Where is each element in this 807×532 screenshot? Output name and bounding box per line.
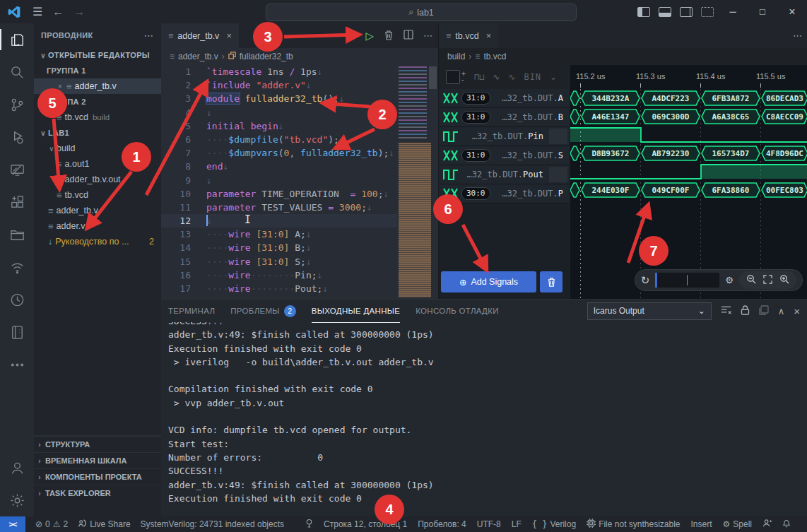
breadcrumb[interactable]: ≡ adder_tb.v › fulladder32_tb — [161, 48, 438, 65]
wave-minus-icon[interactable]: - — [461, 77, 466, 83]
indexer-status[interactable]: SystemVerilog: 24731 indexed objects — [141, 519, 284, 529]
toggle-sidebar-icon[interactable] — [637, 7, 650, 17]
panel-tab-ВЫХОДНЫЕ ДАННЫЕ[interactable]: ВЫХОДНЫЕ ДАННЫЕ — [312, 300, 400, 323]
tree-item-adder_tb.v[interactable]: ≡adder_tb.v — [34, 203, 161, 218]
code-line-6[interactable]: 6····$dumpfile("tb.vcd");↓ — [161, 133, 397, 146]
tree-download-Руководство по ...[interactable]: ↓Руководство по ...2 — [34, 234, 161, 249]
signal-row-B[interactable]: 31:0…32_tb.DUT.B — [439, 108, 569, 127]
code-line-8[interactable]: 8end↓ — [161, 160, 397, 173]
minimap-slider[interactable] — [429, 66, 437, 89]
menu-icon[interactable]: ☰ — [33, 5, 42, 18]
status-item-file[interactable]: File not synthesizable — [587, 519, 680, 530]
activity-item-run-debug[interactable] — [0, 121, 34, 153]
activity-item-explorer[interactable] — [0, 23, 34, 56]
code-line-16[interactable]: 16····wire········Pin;↓ — [161, 268, 397, 282]
remote-indicator[interactable]: >< — [0, 516, 25, 532]
activity-item-more-views[interactable] — [0, 348, 34, 381]
search-input[interactable]: ⌕ lab1 — [266, 4, 577, 21]
activity-item-remote-explorer[interactable] — [0, 153, 34, 186]
status-item-строка[interactable]: Строка 12, столбец 1 — [324, 519, 407, 529]
wave-edge-icon[interactable]: ⊓⊔ — [474, 72, 484, 82]
code-line-7[interactable]: 7····$dumpvars(0, fulladder32_tb);↓ — [161, 146, 397, 160]
status-item-spell[interactable]: ⚙Spell — [723, 519, 752, 529]
zoom-out-icon[interactable] — [746, 274, 756, 286]
problems-status[interactable]: ⊘0 ⚠2 — [35, 519, 68, 529]
panel-tab-КОНСОЛЬ ОТЛАДКИ[interactable]: КОНСОЛЬ ОТЛАДКИ — [416, 300, 499, 322]
code-line-10[interactable]: 10parameter TIME_OPERATION = 100;↓ — [161, 187, 397, 201]
code-line-12[interactable]: 12↓ — [161, 214, 397, 227]
run-button[interactable]: ▷ — [365, 30, 374, 42]
code-line-3[interactable]: 3module fulladder32_tb();↓ — [161, 92, 397, 105]
signal-row-Pin[interactable]: …32_tb.DUT.Pin — [439, 127, 569, 146]
tree-item-tb.vcd[interactable]: ≡tb.vcd — [34, 187, 161, 203]
activity-item-project-manager[interactable] — [0, 218, 34, 251]
code-line-2[interactable]: 2`include "adder.v"↓ — [161, 78, 397, 92]
close-editor-icon[interactable]: × — [55, 83, 65, 90]
tab-tb-vcd[interactable]: ≡ tb.vcd × — [439, 23, 498, 48]
clear-output-icon[interactable] — [721, 305, 731, 317]
code-line-14[interactable]: 14····wire [31:0] B;↓ — [161, 241, 397, 254]
status-item-insert[interactable]: Insert — [691, 519, 712, 529]
tree-item-tb.vcd[interactable]: ≡tb.vcdbuild — [34, 110, 161, 125]
split-editor-icon[interactable] — [404, 30, 413, 42]
trash-icon[interactable] — [384, 30, 394, 42]
toggle-secondary-sidebar-icon[interactable] — [680, 7, 693, 17]
signal-row-P[interactable]: 30:0…32_tb.DUT.P — [439, 184, 569, 203]
tab-close-icon[interactable]: × — [486, 30, 492, 41]
sidebar-section-TASK EXPLORER[interactable]: ›TASK EXPLORER — [34, 485, 161, 501]
wave-select-box[interactable] — [446, 70, 460, 84]
status-item-пробелов[interactable]: Пробелов: 4 — [418, 519, 466, 529]
tree-section-LAB1[interactable]: ∨LAB1 — [34, 125, 161, 141]
lock-icon[interactable] — [741, 305, 750, 317]
signal-row-Pout[interactable]: …32_tb.DUT.Pout — [439, 165, 569, 184]
minimap[interactable] — [397, 65, 437, 299]
status-item-person[interactable] — [762, 519, 772, 530]
sidebar-section-СТРУКТУРА[interactable]: ›СТРУКТУРА — [34, 436, 161, 452]
code-line-5[interactable]: 5initial begin↓ — [161, 119, 397, 133]
code-line-4[interactable]: 4↓ — [161, 106, 397, 119]
tree-group-ГРУППА 2[interactable]: ГРУППА 2 — [34, 94, 161, 110]
reload-icon[interactable]: ↻ — [641, 274, 650, 287]
tree-item-adder_tb.v[interactable]: ×≡adder_tb.v — [34, 78, 161, 94]
status-item-bell[interactable] — [782, 519, 791, 530]
output-console[interactable]: SUCCESS!!!adder_tb.v:49: $finish called … — [168, 322, 434, 505]
wave-trash-button[interactable] — [540, 271, 562, 292]
maximize-button[interactable]: □ — [748, 0, 777, 23]
sidebar-more-icon[interactable]: ⋯ — [144, 30, 154, 41]
open-in-editor-icon[interactable] — [759, 305, 769, 317]
tree-item-adder.v[interactable]: ≡adder.v — [34, 218, 161, 234]
tab-close-icon[interactable]: × — [226, 30, 232, 41]
sidebar-section-КОМПОНЕНТЫ ПРОЕКТА[interactable]: ›КОМПОНЕНТЫ ПРОЕКТА — [34, 468, 161, 485]
code-line-11[interactable]: 11parameter TEST_VALUES = 3000;↓ — [161, 201, 397, 214]
add-signals-button[interactable]: ⊕ Add Signals — [441, 271, 536, 292]
code-editor[interactable]: 1`timescale 1ns / 1ps↓2`include "adder.v… — [161, 65, 397, 299]
tree-folder-build[interactable]: ∨build — [34, 141, 161, 156]
tree-item-a.out1[interactable]: ≡a.out1 — [34, 156, 161, 172]
nav-forward-icon[interactable]: → — [73, 6, 85, 18]
code-line-9[interactable]: 9↓ — [161, 174, 397, 187]
chevron-down-icon[interactable]: ⌄ — [550, 72, 557, 82]
zoom-in-icon[interactable] — [779, 274, 789, 286]
panel-tab-ТЕРМИНАЛ[interactable]: ТЕРМИНАЛ — [168, 300, 215, 322]
activity-item-source-control[interactable] — [0, 88, 34, 121]
activity-item-settings[interactable] — [0, 484, 34, 516]
close-button[interactable]: × — [777, 0, 807, 23]
minimize-button[interactable]: ─ — [718, 0, 748, 23]
activity-item-accounts[interactable] — [0, 451, 34, 484]
close-panel-icon[interactable]: × — [794, 305, 800, 317]
code-line-13[interactable]: 13····wire [31:0] A;↓ — [161, 227, 397, 241]
wave-format-select[interactable]: BIN — [524, 72, 541, 82]
tree-group-ГРУППА 1[interactable]: ГРУППА 1 — [34, 63, 161, 78]
zoom-fit-icon[interactable] — [763, 275, 772, 286]
code-line-17[interactable]: 17····wire········Pout;↓ — [161, 282, 397, 295]
signal-row-A[interactable]: 31:0…32_tb.DUT.A — [439, 89, 569, 108]
wave-sine1-icon[interactable]: ∿ — [493, 72, 500, 82]
activity-item-wireless[interactable] — [0, 251, 34, 283]
nav-back-icon[interactable]: ← — [52, 6, 64, 18]
output-channel-select[interactable]: Icarus Output ⌄ — [587, 302, 712, 320]
tree-section-ОТКРЫТЫЕ РЕДАКТОРЫ[interactable]: ∨ОТКРЫТЫЕ РЕДАКТОРЫ — [34, 47, 161, 63]
status-item-utf-8[interactable]: UTF-8 — [477, 519, 501, 529]
gear-icon[interactable]: ⚙ — [725, 275, 734, 285]
panel-tab-ПРОБЛЕМЫ[interactable]: ПРОБЛЕМЫ2 — [230, 300, 296, 322]
time-input[interactable] — [655, 273, 719, 288]
